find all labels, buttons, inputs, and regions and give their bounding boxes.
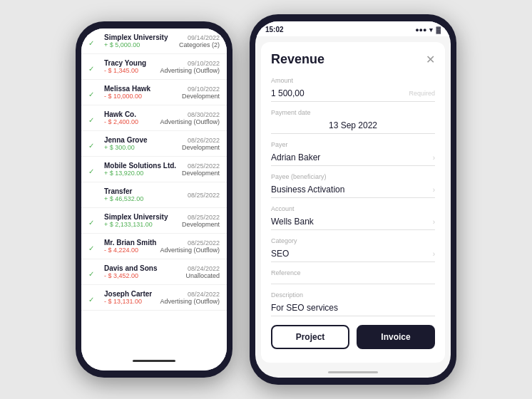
transaction-category: Development <box>182 93 220 100</box>
battery-icon: ▓ <box>436 26 441 33</box>
transaction-name: Hawk Co. <box>104 110 160 118</box>
category-value[interactable]: SEO › <box>271 246 435 262</box>
transaction-date: 08/30/2022 <box>160 111 220 118</box>
payer-chevron: › <box>433 154 435 162</box>
check-icon: ✓ <box>88 292 100 304</box>
check-icon: ✓ <box>88 241 100 252</box>
table-row[interactable]: ✓Simplex University+ $ 2,133,131.0008/25… <box>81 208 227 234</box>
reference-field: Reference <box>271 269 435 284</box>
left-phone: ✓Simplex University+ $ 5,000.0009/14/202… <box>76 21 232 378</box>
transaction-amount: + $ 46,532.00 <box>104 195 188 202</box>
table-row[interactable]: ✓Joseph Carter- $ 13,131.0008/24/2022Adv… <box>81 285 227 311</box>
transaction-name: Mr. Brian Smith <box>104 239 160 247</box>
transaction-name: Mobile Solutions Ltd. <box>104 162 182 170</box>
transaction-name: Tracy Young <box>104 59 160 67</box>
reference-label: Reference <box>271 269 435 276</box>
left-screen: ✓Simplex University+ $ 5,000.0009/14/202… <box>81 28 227 370</box>
table-row[interactable]: ✓Davis and Sons- $ 3,452.0008/24/2022Una… <box>81 259 227 285</box>
table-row[interactable]: ✓Tracy Young- $ 1,345.0009/10/2022Advert… <box>81 54 227 80</box>
table-row[interactable]: ✓Mr. Brian Smith- $ 4,224.0008/25/2022Ad… <box>81 234 227 259</box>
category-field: Category SEO › <box>271 237 435 262</box>
transaction-date: 08/26/2022 <box>182 137 220 144</box>
payee-chevron: › <box>433 186 435 194</box>
transaction-name: Transfer <box>104 187 188 195</box>
close-button[interactable]: ✕ <box>426 53 435 66</box>
transaction-name: Simplex University <box>104 213 182 221</box>
transaction-amount: - $ 3,452.00 <box>104 272 185 279</box>
transaction-amount: - $ 13,131.00 <box>104 298 160 305</box>
table-row[interactable]: ✓Jenna Grove+ $ 300.0008/26/2022Developm… <box>81 131 227 157</box>
check-icon: ✓ <box>88 138 100 150</box>
check-icon: ✓ <box>88 266 100 278</box>
transaction-date: 09/10/2022 <box>182 86 220 93</box>
payment-date-label: Payment date <box>271 109 435 116</box>
payment-date-value[interactable]: 13 Sep 2022 <box>271 118 435 134</box>
transaction-date: 08/25/2022 <box>182 214 220 221</box>
transaction-category: Development <box>182 170 220 177</box>
check-icon: ✓ <box>88 190 100 201</box>
category-chevron: › <box>433 250 435 258</box>
transaction-date: 09/14/2022 <box>179 34 220 41</box>
check-icon: ✓ <box>88 215 100 227</box>
table-row[interactable]: ✓Hawk Co.- $ 2,400.0008/30/2022Advertisi… <box>81 105 227 131</box>
check-icon: ✓ <box>88 36 100 47</box>
status-icons: ●●● ▾ ▓ <box>415 26 441 33</box>
right-phone: 15:02 ●●● ▾ ▓ Revenue ✕ Amount <box>250 14 456 385</box>
payer-label: Payer <box>271 141 435 148</box>
home-indicator-left <box>133 360 175 362</box>
category-label: Category <box>271 237 435 244</box>
payee-label: Payee (beneficiary) <box>271 173 435 180</box>
reference-value[interactable] <box>271 278 435 284</box>
project-button[interactable]: Project <box>271 325 349 349</box>
transaction-name: Davis and Sons <box>104 264 185 272</box>
scene: ✓Simplex University+ $ 5,000.0009/14/202… <box>61 0 471 399</box>
payee-field: Payee (beneficiary) Business Activation … <box>271 173 435 198</box>
transaction-date: 08/25/2022 <box>182 162 220 170</box>
transaction-amount: - $ 4,224.00 <box>104 247 160 254</box>
right-screen-bg: 15:02 ●●● ▾ ▓ Revenue ✕ Amount <box>255 21 451 378</box>
description-field: Description For SEO services <box>271 291 435 316</box>
modal-header: Revenue ✕ <box>271 52 435 67</box>
check-icon: ✓ <box>88 164 100 175</box>
transaction-date: 08/25/2022 <box>160 239 220 247</box>
transaction-date: 09/10/2022 <box>160 60 220 67</box>
payee-value[interactable]: Business Activation › <box>271 182 435 198</box>
status-bar: 15:02 ●●● ▾ ▓ <box>255 21 451 36</box>
table-row[interactable]: ✓Transfer+ $ 46,532.0008/25/2022 <box>81 182 227 208</box>
invoice-button[interactable]: Invoice <box>357 325 435 349</box>
transaction-date: 08/25/2022 <box>188 192 220 199</box>
transaction-category: Advertising (Outflow) <box>160 67 220 74</box>
transaction-name: Jenna Grove <box>104 136 182 144</box>
account-chevron: › <box>433 218 435 226</box>
transaction-list: ✓Simplex University+ $ 5,000.0009/14/202… <box>81 28 227 370</box>
home-indicator-right <box>328 371 378 373</box>
account-field: Account Wells Bank › <box>271 205 435 230</box>
transaction-date: 08/24/2022 <box>160 291 220 298</box>
description-label: Description <box>271 291 435 299</box>
modal-title: Revenue <box>271 52 324 67</box>
bottom-buttons: Project Invoice <box>271 325 435 349</box>
amount-value[interactable]: 1 500,00 Required <box>271 86 435 102</box>
check-icon: ✓ <box>88 113 100 124</box>
payer-field: Payer Adrian Baker › <box>271 141 435 166</box>
check-icon: ✓ <box>88 61 100 73</box>
transaction-category: Advertising (Outflow) <box>160 298 220 305</box>
transaction-amount: + $ 300.00 <box>104 144 182 151</box>
amount-field: Amount 1 500,00 Required <box>271 77 435 102</box>
check-icon: ✓ <box>88 87 100 98</box>
right-screen: 15:02 ●●● ▾ ▓ Revenue ✕ Amount <box>255 21 451 378</box>
table-row[interactable]: ✓Mobile Solutions Ltd.+ $ 13,920.0008/25… <box>81 157 227 182</box>
account-value[interactable]: Wells Bank › <box>271 214 435 230</box>
transaction-category: Unallocated <box>185 272 220 279</box>
payer-value[interactable]: Adrian Baker › <box>271 150 435 166</box>
description-value[interactable]: For SEO services <box>271 300 435 316</box>
signal-icon: ●●● <box>415 26 426 33</box>
transaction-amount: - $ 10,000.00 <box>104 93 182 100</box>
table-row[interactable]: ✓Melissa Hawk- $ 10,000.0009/10/2022Deve… <box>81 80 227 105</box>
transaction-name: Melissa Hawk <box>104 85 182 93</box>
transaction-category: Development <box>182 221 220 228</box>
transaction-name: Simplex University <box>104 33 179 41</box>
transaction-category: Advertising (Outflow) <box>160 118 220 125</box>
status-time: 15:02 <box>265 26 284 33</box>
table-row[interactable]: ✓Simplex University+ $ 5,000.0009/14/202… <box>81 28 227 54</box>
